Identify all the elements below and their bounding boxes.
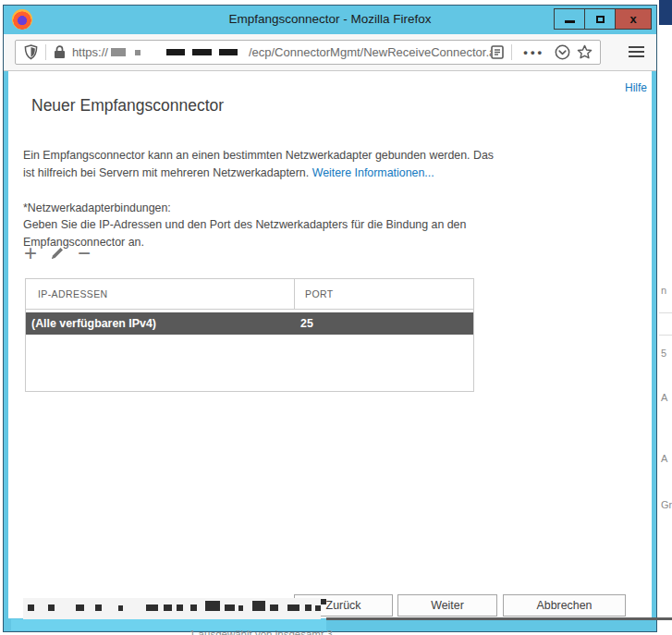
column-header-ip[interactable]: IP-ADRESSEN — [26, 279, 294, 309]
table-header: IP-ADRESSEN PORT — [26, 279, 473, 310]
browser-toolbar: https:// /ecp/ConnectorMgmt/NewReceiveCo… — [4, 34, 656, 71]
background-text-fragment: A — [661, 392, 667, 403]
lock-icon[interactable] — [54, 45, 66, 59]
maximize-icon — [596, 16, 605, 23]
intro-text: Ein Empfangsconnector kann an einen best… — [23, 147, 495, 181]
urlbar-separator — [511, 44, 512, 60]
background-divider — [659, 335, 672, 336]
firefox-logo-icon — [12, 9, 32, 30]
bookmark-star-icon[interactable] — [577, 44, 593, 60]
background-pane-border — [326, 617, 672, 620]
background-text-fragment: n — [661, 285, 666, 296]
window-titlebar[interactable]: Empfangsconnector - Mozilla Firefox x — [4, 6, 656, 34]
url-bar[interactable]: https:// /ecp/ConnectorMgmt/NewReceiveCo… — [15, 40, 601, 65]
minimize-icon — [565, 20, 575, 23]
dialog-content: Hilfe Neuer Empfangsconnector Ein Empfan… — [8, 71, 652, 618]
close-button[interactable]: x — [615, 8, 652, 30]
redaction-block — [192, 49, 212, 55]
background-text-fragment: A — [661, 453, 667, 464]
redaction-block — [135, 50, 141, 55]
minimize-button[interactable] — [554, 8, 585, 30]
more-info-link[interactable]: Weitere Informationen... — [312, 166, 434, 179]
dialog-title: Neuer Empfangsconnector — [31, 96, 224, 116]
table-toolbar: + − — [24, 243, 91, 263]
url-path: /ecp/ConnectorMgmt/NewReceiveConnector.a… — [249, 45, 492, 59]
background-text-fragment: 5 — [661, 348, 666, 359]
close-icon: x — [629, 13, 636, 25]
background-text-fragment: Gr — [661, 499, 672, 510]
cancel-button[interactable]: Abbrechen — [503, 594, 626, 617]
bindings-hint: Geben Sie die IP-Adressen und den Port d… — [23, 216, 485, 250]
cell-port: 25 — [300, 317, 473, 330]
column-header-port[interactable]: PORT — [294, 279, 473, 309]
edit-pencil-icon[interactable] — [49, 245, 66, 262]
url-scheme: https:// — [72, 45, 108, 59]
background-window-titlebar — [659, 0, 672, 25]
next-button[interactable]: Weiter — [397, 594, 497, 617]
urlbar-separator — [45, 44, 46, 60]
redacted-bottom-bar — [11, 619, 326, 630]
bindings-label: *Netzwerkadapterbindungen: — [23, 200, 171, 217]
add-icon[interactable]: + — [24, 243, 37, 263]
screen: { "titlebar": { "title": "Empfangsconnec… — [0, 0, 672, 635]
help-link[interactable]: Hilfe — [625, 81, 647, 94]
url-host-redacted — [108, 48, 238, 56]
background-divider — [659, 312, 672, 313]
bindings-table: IP-ADRESSEN PORT (Alle verfügbaren IPv4)… — [25, 278, 474, 392]
redaction-block — [219, 49, 238, 55]
firefox-window: Empfangsconnector - Mozilla Firefox x ht… — [3, 5, 657, 632]
menu-hamburger-icon[interactable] — [629, 46, 644, 57]
redacted-area-background — [23, 598, 321, 620]
cell-ip: (Alle verfügbaren IPv4) — [26, 317, 300, 330]
page-actions-icon[interactable]: ••• — [523, 45, 544, 59]
table-body: (Alle verfügbaren IPv4)25 — [26, 312, 473, 335]
maximize-button[interactable] — [584, 8, 616, 30]
pocket-icon[interactable] — [555, 44, 570, 60]
remove-icon[interactable]: − — [78, 243, 91, 263]
tracking-protection-shield-icon[interactable] — [24, 44, 38, 60]
redaction-block — [111, 48, 126, 56]
table-row[interactable]: (Alle verfügbaren IPv4)25 — [26, 312, 473, 335]
redaction-block — [166, 49, 185, 55]
reader-mode-icon[interactable] — [491, 45, 504, 59]
